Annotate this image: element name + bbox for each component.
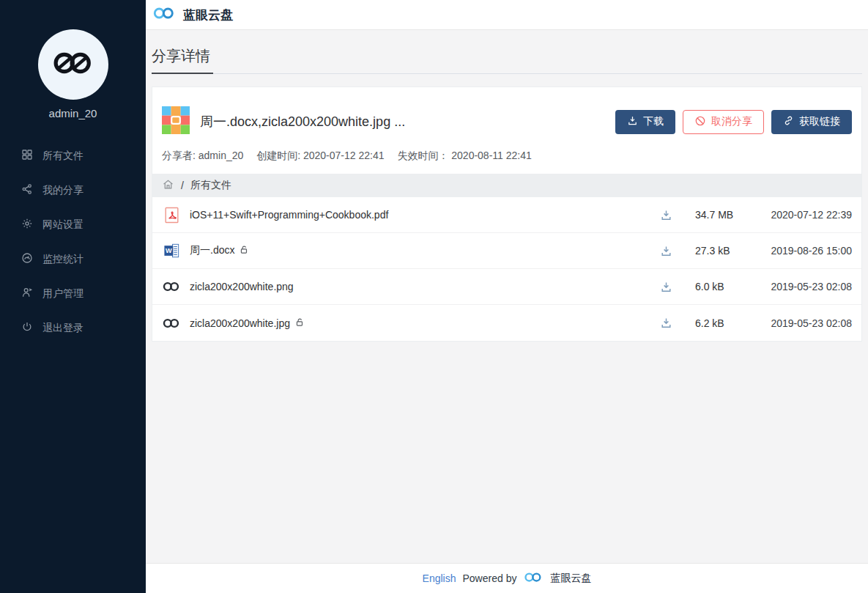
cancel-share-button-label: 取消分享 xyxy=(711,115,752,128)
expire-label: 失效时间： xyxy=(397,150,448,161)
sidebar: admin_20 所有文件 我的分享 xyxy=(0,0,146,593)
sharer-label: 分享者: xyxy=(162,150,196,161)
download-button[interactable]: 下载 xyxy=(615,110,675,134)
file-date: 2020-07-12 22:39 xyxy=(760,209,852,221)
row-download-icon[interactable] xyxy=(660,209,675,221)
sidebar-item-label: 监控统计 xyxy=(42,253,84,266)
infinity-logo-icon xyxy=(523,571,544,586)
file-name: zicla200x200white.jpg xyxy=(190,317,660,329)
file-size: 6.2 kB xyxy=(695,317,760,329)
page-title: 分享详情 xyxy=(152,46,213,74)
table-row[interactable]: iOS+11+Swift+Programming+Cookbook.pdf 34… xyxy=(152,197,861,233)
svg-text:W: W xyxy=(166,247,172,254)
expire-value: 2020-08-11 22:41 xyxy=(451,150,532,161)
table-row[interactable]: zicla200x200white.png 6.0 kB 2019-05-23 … xyxy=(152,269,861,305)
sidebar-item-monitor-stats[interactable]: 监控统计 xyxy=(0,242,146,276)
gauge-icon xyxy=(21,252,33,266)
image-file-icon xyxy=(162,281,181,292)
sidebar-item-label: 我的分享 xyxy=(42,184,84,197)
share-icon xyxy=(21,183,33,197)
download-icon xyxy=(627,115,638,128)
cancel-share-button[interactable]: 取消分享 xyxy=(683,110,764,134)
sidebar-item-label: 网站设置 xyxy=(42,218,84,232)
sidebar-item-site-settings[interactable]: 网站设置 xyxy=(0,207,146,242)
file-size: 34.7 MB xyxy=(695,209,760,221)
get-link-button[interactable]: 获取链接 xyxy=(771,110,852,134)
table-row[interactable]: zicla200x200white.jpg 6.2 kB 2019-05-23 … xyxy=(152,305,861,341)
share-meta: 分享者: admin_20 创建时间: 2020-07-12 22:41 失效时… xyxy=(152,137,861,174)
infinity-logo-icon xyxy=(51,49,96,80)
page-content: 分享详情 周一.docx,zicla200x200whit xyxy=(146,30,868,563)
share-detail-card: 周一.docx,zicla200x200white.jpg ... 下载 xyxy=(152,86,862,342)
username: admin_20 xyxy=(0,107,146,119)
created-value: 2020-07-12 22:41 xyxy=(303,150,385,161)
share-title: 周一.docx,zicla200x200white.jpg ... xyxy=(200,113,615,130)
sidebar-item-label: 退出登录 xyxy=(42,322,84,335)
sidebar-item-user-management[interactable]: 用户管理 xyxy=(0,276,146,311)
language-link[interactable]: English xyxy=(423,572,456,584)
file-date: 2019-05-23 02:08 xyxy=(760,281,852,292)
pdf-file-icon xyxy=(162,207,181,224)
sidebar-menu: 所有文件 我的分享 网站设置 xyxy=(0,139,146,345)
sidebar-item-label: 所有文件 xyxy=(42,150,84,163)
breadcrumb-separator: / xyxy=(181,180,184,191)
file-size: 27.3 kB xyxy=(695,245,760,257)
heading-bar: 分享详情 xyxy=(152,46,862,74)
unlock-icon xyxy=(295,317,305,329)
sidebar-item-label: 用户管理 xyxy=(42,287,84,301)
infinity-logo-icon[interactable] xyxy=(152,5,177,24)
sidebar-item-all-files[interactable]: 所有文件 xyxy=(0,139,146,173)
breadcrumb-root[interactable]: 所有文件 xyxy=(190,179,231,192)
share-mosaic-icon xyxy=(162,106,190,137)
page-footer: English Powered by 蓝眼云盘 xyxy=(146,563,868,593)
share-actions: 下载 取消分享 xyxy=(615,110,852,134)
sidebar-item-my-shares[interactable]: 我的分享 xyxy=(0,173,146,207)
share-card-header: 周一.docx,zicla200x200white.jpg ... 下载 xyxy=(152,87,861,137)
row-download-icon[interactable] xyxy=(660,245,675,257)
file-name: zicla200x200white.png xyxy=(190,281,660,292)
power-icon xyxy=(21,321,33,335)
home-icon[interactable] xyxy=(162,178,174,193)
file-size: 6.0 kB xyxy=(695,281,760,292)
app-title[interactable]: 蓝眼云盘 xyxy=(183,7,233,23)
avatar[interactable] xyxy=(38,29,108,100)
sharer-value: admin_20 xyxy=(199,150,244,161)
breadcrumb: / 所有文件 xyxy=(152,174,861,197)
row-download-icon[interactable] xyxy=(660,317,675,329)
file-date: 2019-05-23 02:08 xyxy=(760,317,852,329)
row-download-icon[interactable] xyxy=(660,281,675,293)
powered-by-text: Powered by xyxy=(462,572,516,584)
image-file-icon xyxy=(162,317,181,329)
created-label: 创建时间: xyxy=(256,150,300,161)
word-file-icon: W xyxy=(162,243,181,259)
file-date: 2019-08-26 15:00 xyxy=(760,245,852,257)
footer-brand-link[interactable]: 蓝眼云盘 xyxy=(550,572,591,585)
link-icon xyxy=(783,115,794,128)
prohibit-icon xyxy=(694,115,706,129)
grid-icon xyxy=(21,149,33,163)
unlock-icon xyxy=(240,245,249,257)
get-link-button-label: 获取链接 xyxy=(799,115,840,128)
user-icon xyxy=(21,287,33,301)
gear-icon xyxy=(21,218,33,232)
table-row[interactable]: W 周一.docx 27. xyxy=(152,233,861,269)
sidebar-item-logout[interactable]: 退出登录 xyxy=(0,311,146,345)
file-name: 周一.docx xyxy=(190,244,660,257)
file-name: iOS+11+Swift+Programming+Cookbook.pdf xyxy=(190,209,660,221)
app-header: 蓝眼云盘 xyxy=(146,0,868,30)
download-button-label: 下载 xyxy=(643,115,664,128)
main-area: 蓝眼云盘 分享详情 xyxy=(146,0,868,593)
